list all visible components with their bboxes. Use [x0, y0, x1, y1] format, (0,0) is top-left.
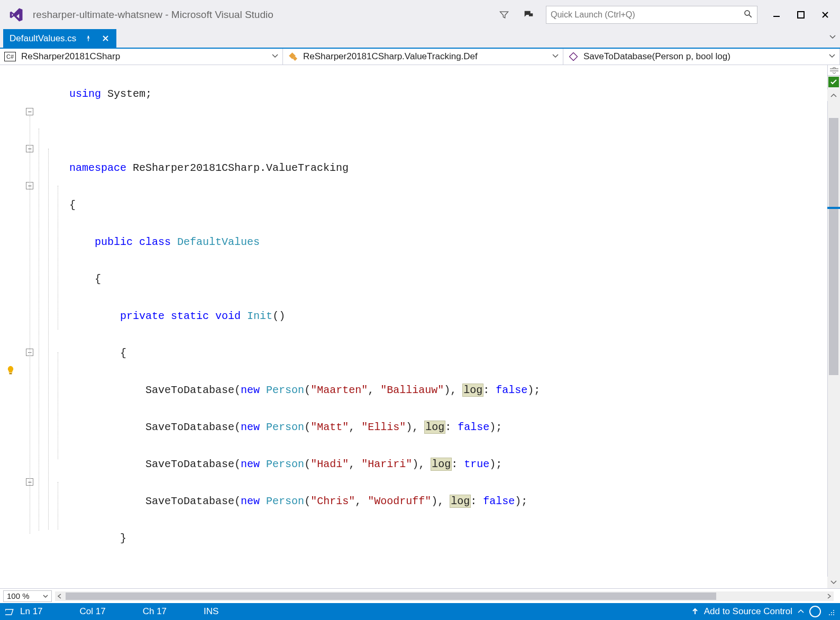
document-tab[interactable]: DefaultValues.cs: [3, 29, 116, 48]
csharp-badge-icon: C#: [4, 52, 16, 61]
pin-icon[interactable]: [84, 34, 93, 43]
vertical-scrollbar[interactable]: [827, 65, 840, 588]
publish-icon[interactable]: [691, 608, 699, 615]
class-icon: [287, 51, 299, 62]
status-col: Col 17: [80, 606, 106, 617]
svg-point-17: [831, 614, 832, 615]
minimize-button[interactable]: [766, 7, 787, 23]
chevron-down-icon: [43, 594, 48, 599]
nav-project-combo[interactable]: C# ReSharper20181CSharp: [0, 49, 283, 65]
maximize-button[interactable]: [790, 7, 811, 23]
code-editor[interactable]: − − − − − using System; namespace ReShar…: [0, 65, 840, 588]
code-text[interactable]: using System; namespace ReSharper20181CS…: [69, 65, 827, 588]
scroll-thumb[interactable]: [66, 592, 716, 600]
status-line: Ln 17: [20, 606, 43, 617]
filter-icon[interactable]: [495, 6, 513, 24]
fold-toggle[interactable]: −: [26, 108, 33, 115]
tab-label: DefaultValues.cs: [10, 33, 76, 44]
svg-rect-11: [569, 52, 577, 60]
svg-point-21: [833, 610, 834, 611]
chevron-down-icon: [552, 51, 559, 62]
scroll-up-icon[interactable]: [827, 89, 840, 101]
status-selection-icon[interactable]: Ln 17: [5, 606, 43, 617]
horizontal-scrollbar[interactable]: [55, 591, 834, 601]
tabs-overflow-icon[interactable]: [829, 33, 836, 42]
search-icon[interactable]: [743, 9, 753, 20]
svg-rect-15: [5, 609, 13, 615]
chevron-up-icon[interactable]: [798, 608, 804, 615]
method-icon: [568, 51, 579, 62]
svg-point-16: [833, 614, 834, 615]
svg-point-1: [745, 11, 750, 15]
svg-point-18: [833, 612, 834, 613]
vs-logo-icon: [6, 5, 25, 24]
chevron-down-icon: [829, 51, 835, 62]
notifications-icon[interactable]: [809, 606, 821, 617]
nav-member-label: SaveToDatabase(Person p, bool log): [583, 51, 731, 62]
scroll-marker: [827, 207, 840, 209]
nav-project-label: ReSharper20181CSharp: [21, 51, 120, 62]
nav-member-combo[interactable]: SaveToDatabase(Person p, bool log): [563, 49, 840, 65]
chevron-down-icon: [272, 51, 278, 62]
window-title: resharper-ultimate-whatsnew - Microsoft …: [33, 9, 273, 21]
close-tab-icon[interactable]: [101, 34, 110, 43]
scroll-down-icon[interactable]: [827, 577, 840, 588]
status-ok-icon: [828, 77, 839, 87]
scroll-left-icon[interactable]: [55, 591, 65, 601]
outline-gutter[interactable]: − − − − −: [24, 65, 69, 588]
lightbulb-icon[interactable]: [5, 365, 16, 377]
quick-launch-input[interactable]: [551, 10, 743, 20]
status-ch: Ch 17: [143, 606, 167, 617]
margin-gutter: [0, 65, 24, 588]
nav-type-combo[interactable]: ReSharper20181CSharp.ValueTracking.Def: [283, 49, 563, 65]
svg-point-19: [829, 614, 830, 615]
quick-launch-box[interactable]: [546, 6, 757, 24]
resize-grip-icon[interactable]: [826, 607, 835, 616]
svg-line-2: [749, 15, 752, 17]
svg-rect-0: [529, 13, 533, 16]
svg-point-20: [831, 612, 832, 613]
zoom-combo[interactable]: 100 %: [3, 590, 52, 602]
split-handle-icon[interactable]: [827, 65, 840, 76]
status-ins: INS: [204, 606, 218, 617]
feedback-icon[interactable]: [519, 6, 537, 24]
close-button[interactable]: [815, 7, 836, 23]
svg-rect-4: [798, 12, 804, 18]
scroll-right-icon[interactable]: [824, 591, 834, 601]
svg-rect-12: [10, 373, 12, 375]
source-control-button[interactable]: Add to Source Control: [704, 606, 792, 617]
scroll-thumb[interactable]: [829, 118, 838, 375]
nav-type-label: ReSharper20181CSharp.ValueTracking.Def: [303, 51, 478, 62]
zoom-value: 100 %: [7, 591, 30, 600]
